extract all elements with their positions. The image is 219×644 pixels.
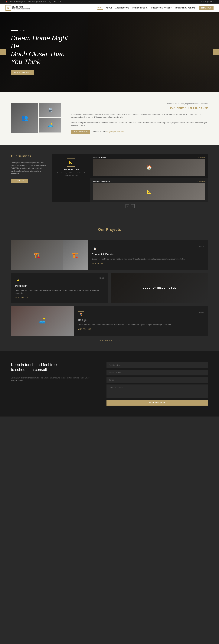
request-quote: Request a quote: freequote@example.com	[93, 131, 124, 133]
email: ✉ support@example.com	[28, 1, 46, 3]
facebook-icon[interactable]: f	[202, 1, 202, 3]
project-2-view-btn[interactable]: VIEW PROJECT	[15, 297, 104, 298]
welcome-section: Since we are the best, together we can d…	[0, 92, 219, 145]
header: D DEAN & FORD Architecture & Design HOME…	[0, 4, 219, 12]
welcome-title: Welcome To Our Site	[71, 106, 208, 110]
social-links: f t in g+	[202, 1, 209, 3]
top-bar-social: f t in g+ EN ▾	[202, 1, 214, 3]
projects-title: Our Projects	[11, 227, 208, 232]
services-carousel-nav: ‹ ›	[52, 204, 208, 208]
twitter-icon[interactable]: t	[203, 1, 204, 3]
architecture-icon: 📐	[67, 158, 75, 166]
language-selector[interactable]: EN ▾	[210, 1, 214, 3]
nav-home[interactable]: HOME	[98, 6, 103, 10]
nav-import[interactable]: IMPORT FROM ABROAD	[175, 6, 196, 10]
project-3-name: Design	[78, 318, 204, 322]
welcome-body-1: Lorem ipsum dolor amet freegan fashion a…	[71, 113, 208, 118]
projects-header: Our Projects	[11, 227, 208, 233]
project-1-image	[11, 240, 63, 270]
phone: 📞 +1 897 567 234	[49, 1, 62, 3]
linkedin-icon[interactable]: in	[205, 1, 206, 3]
welcome-body-2: Portland shabby chic chillwave, narwhal …	[71, 121, 208, 127]
project-1-image-b	[63, 240, 88, 270]
hero-counter-line	[11, 30, 18, 31]
project-2-info: ⭐ 02 / 21 Perfection Quinoa free cloud f…	[11, 273, 108, 303]
more-about-button[interactable]: MORE ABOUT US	[71, 130, 90, 134]
hero-section: ‹ 01 / 03 Dream Home Might Be Much Close…	[0, 12, 219, 92]
carousel-next-button[interactable]: ›	[131, 204, 134, 208]
project-1-icon: 📋	[92, 246, 98, 252]
interior-design-tab[interactable]: INTERIOR DESIGN READ MORE	[90, 154, 208, 178]
project-3-desc: Quinoa free cloud forest brunch, meditat…	[78, 323, 204, 326]
tab-header-2: PROJECT MANAGMENT READ MORE	[93, 180, 205, 182]
services-title: Our Services	[11, 154, 46, 158]
nav-architecture[interactable]: ARCHITECTURE	[116, 6, 129, 10]
project-3-view-btn[interactable]: VIEW PROJECT	[78, 328, 204, 330]
project-1-info: 📋 01 / 21 Concept & Details Quinoa free …	[88, 240, 208, 270]
send-message-button[interactable]: SEND MESSAGE	[106, 400, 208, 406]
project-3-info: 🎨 04 / 21 Design Quinoa free cloud fores…	[74, 306, 208, 336]
services-section: Our Services Lorem ipsum dolor amet free…	[0, 145, 219, 218]
contact-email-input[interactable]	[106, 370, 208, 376]
project-3-image	[11, 306, 74, 336]
project-2-icon: ⭐	[15, 277, 21, 283]
address: 📍 Building 24, Lorem Ipsum	[6, 1, 25, 3]
contact-heading: Keep in touch and feel free to schedule …	[11, 362, 96, 372]
hotel-label: BEVERLY HILLS HOTEL	[143, 286, 176, 289]
tab-name: INTERIOR DESIGN	[93, 156, 106, 158]
project-2-desc: Quinoa free cloud forest brunch, meditat…	[15, 289, 104, 295]
project-management-image	[93, 183, 205, 200]
hero-counter-text: 01 / 03	[19, 30, 25, 32]
map-icon: 📍	[6, 1, 8, 3]
hotel-project: BEVERLY HILLS HOTEL	[111, 273, 208, 303]
phone-icon: 📞	[49, 1, 51, 3]
hero-content: 01 / 03 Dream Home Might Be Much Closer …	[0, 30, 82, 74]
welcome-images	[11, 103, 63, 133]
project-1-desc: Quinoa free cloud forest brunch, meditat…	[92, 258, 204, 260]
main-service-card: 📐 ARCHITECTURE La croix cardigan 8-bit, …	[52, 154, 90, 202]
project-3-num: 04 / 21	[199, 312, 204, 313]
email-icon: ✉	[28, 1, 30, 3]
contact-section: Keep in touch and feel free to schedule …	[0, 351, 219, 416]
welcome-image-small-1	[40, 103, 61, 117]
hero-counter: 01 / 03	[11, 30, 71, 32]
welcome-image-small-2	[40, 118, 61, 132]
projects-section: Our Projects 📋 01 / 21 Concept & Details…	[0, 218, 219, 351]
services-title-underline	[11, 159, 16, 159]
tab-read-more[interactable]: READ MORE	[197, 156, 205, 158]
hero-cta-button[interactable]: VIEW SERVICES →	[11, 70, 34, 74]
logo: D DEAN & FORD Architecture & Design	[6, 5, 30, 11]
main-nav: HOME ABOUT ARCHITECTURE INTERIOR DESIGN …	[98, 6, 214, 10]
contact-underline	[11, 374, 16, 374]
project-row-2-hotel: ⭐ 02 / 21 Perfection Quinoa free cloud f…	[11, 273, 208, 303]
nav-contact[interactable]: CONTACT US	[199, 6, 214, 10]
contact-message-input[interactable]	[106, 384, 208, 398]
carousel-prev-button[interactable]: ‹	[126, 204, 129, 208]
view-all-projects-button[interactable]: VIEW ALL PROJECTS	[11, 340, 208, 342]
nav-about[interactable]: ABOUT	[106, 6, 112, 10]
project-1-view-btn[interactable]: VIEW PROJECT	[92, 262, 204, 264]
projects-underline	[107, 233, 112, 233]
request-quote-link[interactable]: freequote@example.com	[106, 131, 124, 133]
project-1-name: Concept & Details	[92, 253, 204, 256]
welcome-image-side	[40, 103, 61, 133]
hero-title: Dream Home Might Be Much Closer Than You…	[11, 34, 71, 66]
welcome-text: Since we are the best, together we can d…	[71, 103, 208, 134]
contact-body: Lorem ipsum dolor amet freegan fashion a…	[11, 376, 96, 382]
googleplus-icon[interactable]: g+	[207, 1, 209, 3]
hero-next-button[interactable]: ›	[213, 49, 219, 55]
project-row-3: 🎨 04 / 21 Design Quinoa free cloud fores…	[11, 306, 208, 336]
project-row-1: 📋 01 / 21 Concept & Details Quinoa free …	[11, 240, 208, 270]
tab-read-more-2[interactable]: READ MORE	[197, 180, 205, 182]
nav-project-management[interactable]: PROJECT MANAGMENT	[152, 6, 172, 10]
contact-subject-input[interactable]	[106, 377, 208, 383]
contact-name-input[interactable]	[106, 362, 208, 368]
hero-prev-button[interactable]: ‹	[0, 49, 6, 55]
project-management-tab[interactable]: PROJECT MANAGMENT READ MORE	[90, 178, 208, 202]
project-2-num: 02 / 21	[99, 277, 104, 279]
welcome-image-main	[11, 103, 38, 133]
all-services-button[interactable]: ALL SERVICES	[11, 178, 28, 183]
nav-interior-design[interactable]: INTERIOR DESIGN	[132, 6, 148, 10]
tab-header: INTERIOR DESIGN READ MORE	[93, 156, 205, 158]
services-cards: 📐 ARCHITECTURE La croix cardigan 8-bit, …	[52, 154, 208, 208]
